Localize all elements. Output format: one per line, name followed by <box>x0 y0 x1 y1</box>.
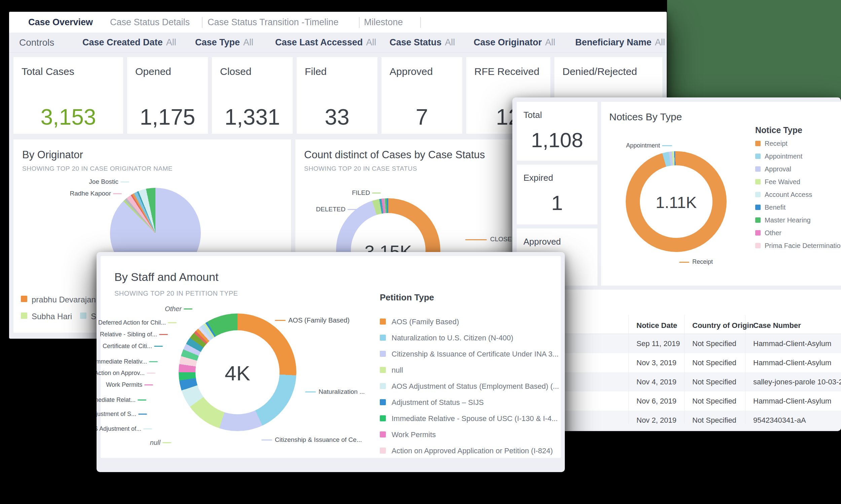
kpi-label: Opened <box>135 66 171 77</box>
donut-label-other: Other <box>165 305 182 313</box>
filter-value: All <box>542 37 555 47</box>
legend-swatch <box>380 351 386 357</box>
filter-value: All <box>652 37 665 47</box>
legend-swatch <box>380 319 386 325</box>
kpi-value: 1,175 <box>127 104 208 130</box>
kpi-value: 3,153 <box>14 104 123 130</box>
legend-item-action-on-approved[interactable]: Action on Approved Application or Petiti… <box>392 447 553 455</box>
legend-item-master-hearing[interactable]: Master Hearing <box>765 216 811 224</box>
cell-country: Not Specified <box>692 397 736 406</box>
filter-case-created-date[interactable]: Case Created DateAll <box>82 33 176 52</box>
donut-label-citizenship-issuance: Citizenship & Issuance of Ce... <box>275 436 362 444</box>
leader-line <box>347 209 359 210</box>
kpi-value: 1,108 <box>517 128 598 152</box>
legend-item-null[interactable]: null <box>392 366 403 375</box>
cell-notice-date: Nov 2, 2019 <box>636 416 676 425</box>
filter-case-originator[interactable]: Case OriginatorAll <box>474 33 555 52</box>
legend-item-benefit[interactable]: Benefit <box>765 204 786 211</box>
kpi-opened[interactable]: Opened 1,175 <box>127 57 208 134</box>
kpi-label: Approved <box>524 236 561 247</box>
tab-case-status-transition-timeline[interactable]: Case Status Transition -Timeline <box>208 12 339 33</box>
leader-line <box>159 334 168 335</box>
legend-swatch <box>755 154 760 159</box>
filter-case-status[interactable]: Case StatusAll <box>390 33 455 52</box>
cell-notice-date: Sep 11, 2019 <box>636 339 680 348</box>
chart-subtitle: SHOWING TOP 20 IN PETITION TYPE <box>114 290 238 298</box>
leader-line <box>679 262 689 263</box>
pie-label-joe-bostic: Joe Bostic <box>68 178 118 185</box>
legend-swatch <box>755 141 760 146</box>
legend-item-aos-family-based[interactable]: AOS (Family Based) <box>392 318 459 326</box>
tab-case-status-details[interactable]: Case Status Details <box>110 12 190 33</box>
header-divider <box>517 334 841 334</box>
by-staff-panel: By Staff and Amount SHOWING TOP 20 IN PE… <box>97 252 565 472</box>
legend-swatch <box>755 179 760 184</box>
cell-country: Not Specified <box>692 416 736 425</box>
legend-item-fee-waived[interactable]: Fee Waived <box>765 178 800 186</box>
legend-item-citizenship-issuance[interactable]: Citizenship & Issuance of Certificate Un… <box>392 350 559 359</box>
donut-label-aos-adjustment: AOS Adjustment of... <box>97 425 141 432</box>
tab-separator <box>202 17 203 28</box>
cell-case-number: salley-jones-parole 10-03-2019 <box>753 378 841 386</box>
leader-line <box>662 145 672 146</box>
leader-line <box>275 320 286 321</box>
kpi-label: Approved <box>390 66 433 77</box>
tab-milestone[interactable]: Milestone <box>364 12 403 33</box>
legend-item-naturalization[interactable]: Naturalization to U.S. Citizen (N-400) <box>392 334 513 342</box>
cell-notice-date: Nov 4, 2019 <box>636 378 676 386</box>
leader-line <box>162 442 171 443</box>
legend-item-aos-adjustment[interactable]: AOS Adjustment of Status (Employment Bas… <box>392 382 559 391</box>
notice-kpi-expired[interactable]: Expired 1 <box>517 165 598 224</box>
chart-title: Notices By Type <box>609 111 682 123</box>
tab-bar: Case Overview Case Status Details Case S… <box>9 12 667 33</box>
donut-label-work-permits: Work Permits <box>106 381 142 389</box>
filter-value: All <box>442 37 455 47</box>
notice-kpi-total[interactable]: Total 1,108 <box>517 102 598 161</box>
donut-label-null: null <box>150 439 160 447</box>
donut-label-immediate-relative-2: Immediate Relat... <box>97 396 136 403</box>
legend-item-immediate-relative-spouse[interactable]: Immediate Relative - Spouse of USC (I-13… <box>392 414 558 423</box>
donut-label-adjustment-of-status: Adjustment of S... <box>97 411 136 418</box>
donut-label-deferred-action: Deferred Action for Chil... <box>98 319 166 326</box>
kpi-filed[interactable]: Filed 33 <box>297 57 377 134</box>
cell-case-number: Hammad-Client-Asylum <box>753 397 831 406</box>
chart-title: By Originator <box>22 149 83 161</box>
legend-swatch <box>380 367 386 373</box>
legend-item-account-access[interactable]: Account Access <box>765 191 812 199</box>
legend-swatch <box>21 312 27 319</box>
controls-bar: Controls Case Created DateAll Case TypeA… <box>9 33 667 53</box>
legend-item-adjustment-sijs[interactable]: Adjustment of Status – SIJS <box>392 398 484 407</box>
column-header-case-number[interactable]: Case Number <box>753 321 801 330</box>
legend-item-prima-facie-determination[interactable]: Prima Facie Determination <box>765 242 841 250</box>
donut-label-naturalization: Naturalization ... <box>319 388 365 395</box>
filter-beneficiary-name[interactable]: Beneficiary NameAll <box>575 33 665 52</box>
donut-label-filed: FILED <box>316 189 370 197</box>
legend-item-prabhu-devarajan[interactable]: prabhu Devarajan <box>32 295 96 304</box>
legend-swatch <box>755 166 760 172</box>
legend-swatch <box>380 431 386 437</box>
legend-swatch <box>755 230 760 236</box>
notices-table-card: Notice Date Country of Origin Case Numbe… <box>517 290 841 427</box>
leader-line <box>168 322 177 323</box>
column-header-notice-date[interactable]: Notice Date <box>636 321 677 330</box>
legend-item-other[interactable]: Other <box>765 229 782 237</box>
legend-swatch <box>380 448 386 454</box>
kpi-approved[interactable]: Approved 7 <box>381 57 462 134</box>
column-header-country-of-origin[interactable]: Country of Origin <box>692 321 754 330</box>
filter-case-type[interactable]: Case TypeAll <box>195 33 253 52</box>
legend-item-approval[interactable]: Approval <box>765 165 791 173</box>
notices-by-type-card: Notices By Type 1.11K Appointment Receip… <box>601 102 841 286</box>
chart-subtitle: SHOWING TOP 20 IN CASE ORIGINATOR NAME <box>22 165 173 173</box>
chart-subtitle: SHOWING TOP 20 IN CASE STATUS <box>304 165 417 173</box>
filter-case-last-accessed[interactable]: Case Last AccessedAll <box>275 33 376 52</box>
tab-case-overview[interactable]: Case Overview <box>28 12 93 33</box>
legend-item-work-permits[interactable]: Work Permits <box>392 430 436 439</box>
leader-line <box>149 361 158 362</box>
legend-item-appointment[interactable]: Appointment <box>765 152 802 160</box>
legend-item-subha-hari[interactable]: Subha Hari <box>32 312 72 321</box>
legend-swatch <box>755 217 760 223</box>
kpi-total-cases[interactable]: Total Cases 3,153 <box>14 57 123 134</box>
column-divider <box>745 315 745 424</box>
kpi-closed[interactable]: Closed 1,331 <box>212 57 293 134</box>
legend-item-receipt[interactable]: Receipt <box>765 140 788 147</box>
